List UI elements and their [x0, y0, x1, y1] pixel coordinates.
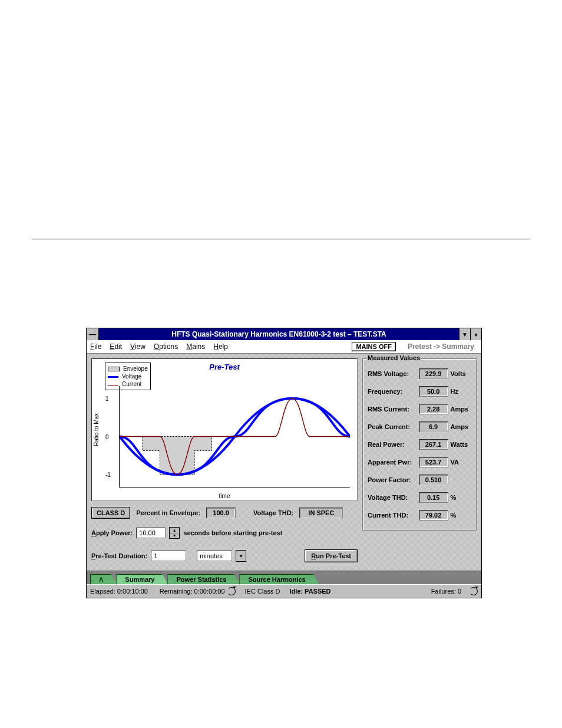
apply-power-suffix: seconds before starting pre-test [183, 529, 282, 536]
left-pane: Envelope Voltage Current Pre-Test Ratio … [91, 358, 358, 566]
mv-label: Voltage THD: [368, 494, 416, 501]
mv-unit: Volts [451, 370, 471, 377]
mv-value: 50.0 [419, 386, 448, 397]
controls-row-1: CLASS D Percent in Envelope: 100.0 Volta… [91, 507, 358, 519]
chart-title: Pre-Test [209, 363, 240, 371]
mv-unit: Amps [451, 423, 471, 430]
percent-envelope-value: 100.0 [206, 508, 236, 518]
titlebar: — HFTS Quasi-Stationary Harmonics EN6100… [87, 328, 481, 340]
mv-row-power-factor: Power Factor: 0.510 [368, 475, 471, 485]
tab-lambda[interactable]: Λ [90, 574, 117, 584]
mv-unit: Amps [451, 406, 471, 413]
apply-power-input[interactable]: 10.00 [136, 528, 166, 538]
measured-values-group: Measured Values RMS Voltage: 229.9 Volts… [362, 358, 477, 531]
mv-label: Peak Current: [368, 423, 416, 430]
status-iec: IEC Class D [245, 588, 280, 595]
spinner-down-icon[interactable]: ▼ [170, 533, 179, 539]
tab-summary[interactable]: Summary [116, 574, 168, 584]
class-button[interactable]: CLASS D [91, 507, 130, 519]
menu-mains[interactable]: Mains [186, 342, 205, 351]
mv-row-real-power: Real Power: 267.1 Watts [368, 439, 471, 450]
current-trace [120, 398, 350, 475]
refresh-icon[interactable] [227, 587, 236, 595]
menu-view[interactable]: View [130, 342, 146, 351]
pretest-chart: Envelope Voltage Current Pre-Test Ratio … [91, 358, 358, 501]
client-area: Envelope Voltage Current Pre-Test Ratio … [87, 354, 481, 571]
ytick-1: 1 [105, 395, 109, 401]
mv-label: RMS Current: [368, 406, 416, 413]
controls-row-2: Apply Power: 10.00 ▲▼ seconds before sta… [91, 527, 358, 539]
mv-row-apparent-power: Apparent Pwr: 523.7 VA [368, 457, 471, 467]
menubar: File Edit View Options Mains Help MAINS … [87, 340, 481, 354]
mv-unit: Hz [451, 388, 471, 395]
voltage-thd-value: IN SPEC [299, 508, 343, 518]
system-menu-icon[interactable]: — [87, 328, 99, 340]
measured-values-title: Measured Values [366, 354, 421, 361]
refresh-icon-2[interactable] [470, 587, 478, 595]
menu-edit[interactable]: Edit [110, 342, 122, 351]
mv-row-current-thd: Current THD: 79.02 % [368, 510, 471, 521]
mv-label: Apparent Pwr: [368, 459, 416, 466]
mv-unit: % [451, 494, 471, 501]
mv-value: 229.9 [419, 368, 448, 379]
status-failures: Failures: 0 [431, 588, 461, 595]
legend-label-envelope: Envelope [123, 365, 148, 373]
tabstrip: Λ Summary Power Statistics Source Harmon… [87, 571, 481, 584]
chart-xlabel: time [219, 493, 230, 499]
window-title: HFTS Quasi-Stationary Harmonics EN61000-… [99, 328, 459, 340]
legend-label-voltage: Voltage [122, 373, 141, 380]
ytick-0: 0 [105, 433, 109, 440]
mv-value: 6.9 [419, 421, 448, 432]
minimize-button[interactable]: ▼ [459, 328, 470, 340]
chart-ylabel: Ratio to Max [93, 413, 100, 446]
spinner-up-icon[interactable]: ▲ [170, 528, 179, 533]
mv-label: Frequency: [368, 388, 416, 395]
mv-unit: VA [451, 459, 471, 466]
apply-power-label: Apply Power: [91, 529, 133, 536]
pretest-duration-unit[interactable]: minutes [197, 551, 232, 561]
mv-unit: Watts [451, 441, 471, 448]
menu-file[interactable]: File [90, 342, 101, 351]
mv-row-voltage-thd: Voltage THD: 0.15 % [368, 492, 471, 503]
app-window: — HFTS Quasi-Stationary Harmonics EN6100… [86, 328, 482, 598]
voltage-thd-label: Voltage THD: [253, 509, 293, 516]
status-remaining: Remaining: 0:00:00:00 [160, 588, 225, 595]
menu-options[interactable]: Options [154, 342, 178, 351]
mv-label: Current THD: [368, 512, 416, 519]
mv-label: RMS Voltage: [368, 370, 416, 377]
status-elapsed: Elapsed: 0:00:10:00 [90, 588, 148, 595]
pretest-duration-label: Pre-Test Duration: [91, 552, 147, 559]
mv-row-rms-voltage: RMS Voltage: 229.9 Volts [368, 368, 471, 379]
mv-value: 523.7 [419, 457, 448, 467]
mv-row-frequency: Frequency: 50.0 Hz [368, 386, 471, 397]
statusbar: Elapsed: 0:00:10:00 Remaining: 0:00:00:0… [87, 584, 481, 598]
breadcrumb: Pretest -> Summary [404, 342, 478, 351]
horizontal-rule [32, 239, 530, 239]
right-pane: Measured Values RMS Voltage: 229.9 Volts… [362, 358, 477, 566]
mv-label: Power Factor: [368, 476, 416, 483]
maximize-button[interactable]: ♦ [470, 328, 481, 340]
legend-swatch-voltage [108, 376, 118, 378]
mv-row-rms-current: RMS Current: 2.28 Amps [368, 404, 471, 414]
status-idle: Idle: PASSED [289, 588, 330, 595]
percent-envelope-label: Percent in Envelope: [136, 509, 200, 516]
mv-value: 0.510 [419, 475, 448, 485]
pretest-duration-input[interactable]: 1 [151, 551, 186, 561]
menu-help[interactable]: Help [213, 342, 228, 351]
chart-svg [120, 386, 350, 487]
tab-power-statistics[interactable]: Power Statistics [167, 574, 240, 584]
mv-row-peak-current: Peak Current: 6.9 Amps [368, 421, 471, 432]
ytick-m1: -1 [105, 472, 111, 478]
run-pretest-button[interactable]: Run Pre-Test [305, 549, 358, 562]
legend-swatch-envelope [108, 367, 120, 371]
duration-unit-dropdown[interactable]: ▼ [236, 550, 246, 562]
tab-source-harmonics[interactable]: Source Harmonics [239, 574, 319, 584]
legend-swatch-current [108, 385, 118, 386]
mv-value: 267.1 [419, 439, 448, 450]
mv-value: 2.28 [419, 404, 448, 414]
mains-off-button[interactable]: MAINS OFF [352, 342, 396, 351]
mv-value: 0.15 [419, 492, 448, 503]
mv-unit: % [451, 512, 471, 519]
apply-power-spinner[interactable]: ▲▼ [169, 527, 180, 539]
mv-value: 79.02 [419, 510, 448, 521]
